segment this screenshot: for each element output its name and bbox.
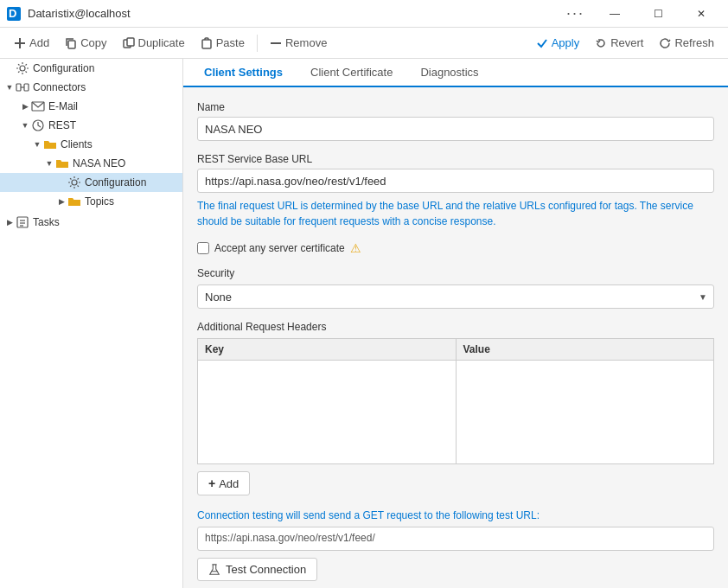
paste-icon	[201, 37, 213, 49]
folder-icon	[67, 195, 81, 208]
name-label: Name	[197, 101, 714, 113]
arrow-down-icon: ▼	[43, 157, 55, 169]
tab-diagnostics[interactable]: Diagnostics	[406, 59, 492, 87]
paste-button[interactable]: Paste	[194, 31, 252, 55]
tabs-bar: Client Settings Client Certificate Diagn…	[183, 59, 728, 87]
flask-icon	[208, 564, 220, 576]
sidebar-item-rest[interactable]: ▼ REST	[0, 116, 182, 135]
check-icon	[536, 37, 548, 49]
headers-label: Additional Request Headers	[197, 321, 714, 333]
accept-cert-row: Accept any server certificate ⚠	[197, 241, 714, 255]
content-area: Client Settings Client Certificate Diagn…	[183, 59, 728, 588]
svg-point-9	[20, 66, 25, 71]
url-info-text: The final request URL is determined by t…	[197, 198, 714, 229]
menu-dots[interactable]: ···	[559, 4, 591, 22]
table-cell	[198, 361, 457, 464]
connector-icon	[16, 80, 29, 94]
sidebar-item-label: E-Mail	[48, 100, 78, 112]
paste-label: Paste	[216, 36, 245, 49]
sidebar-item-nasa-neo-configuration[interactable]: Configuration	[0, 173, 182, 192]
sidebar-item-label: Clients	[61, 138, 93, 150]
security-select[interactable]: None Basic Bearer Token Certificate	[197, 284, 714, 309]
sidebar-item-label: NASA NEO	[73, 157, 125, 169]
tab-client-settings[interactable]: Client Settings	[190, 59, 297, 87]
remove-icon	[270, 37, 282, 49]
main-layout: Configuration ▼ Connectors ▶ E-Mail ▼	[0, 59, 728, 588]
sidebar-item-clients[interactable]: ▼ Clients	[0, 135, 182, 154]
arrow-down-icon: ▼	[3, 81, 16, 93]
svg-text:D: D	[9, 7, 16, 20]
arrow-down-icon: ▼	[19, 119, 31, 131]
svg-rect-4	[68, 41, 75, 48]
svg-rect-11	[24, 84, 29, 91]
email-icon	[31, 99, 45, 113]
url-label: REST Service Base URL	[197, 153, 714, 165]
table-cell	[456, 361, 714, 464]
remove-label: Remove	[285, 36, 327, 49]
arrow-right-icon: ▶	[55, 195, 67, 208]
duplicate-button[interactable]: Duplicate	[116, 31, 192, 55]
test-connection-button[interactable]: Test Connection	[197, 558, 317, 581]
sidebar-item-connectors[interactable]: ▼ Connectors	[0, 78, 182, 97]
security-label: Security	[197, 267, 714, 279]
test-btn-label: Test Connection	[226, 563, 306, 576]
table-row	[198, 361, 714, 464]
revert-label: Revert	[610, 36, 643, 49]
arrow-right-icon: ▶	[3, 216, 16, 228]
spacer	[55, 176, 67, 189]
apply-button[interactable]: Apply	[529, 31, 587, 55]
sidebar-item-label: Configuration	[33, 62, 94, 74]
security-field-group: Security None Basic Bearer Token Certifi…	[197, 267, 714, 309]
duplicate-icon	[123, 37, 135, 49]
header-key-col: Key	[198, 339, 457, 361]
svg-rect-10	[16, 84, 21, 91]
sidebar: Configuration ▼ Connectors ▶ E-Mail ▼	[0, 59, 183, 588]
plus-icon: +	[208, 476, 215, 490]
copy-label: Copy	[80, 36, 106, 49]
add-header-button[interactable]: + Add	[197, 471, 250, 495]
arrow-down-icon: ▼	[31, 138, 43, 150]
name-input[interactable]	[197, 117, 714, 141]
sidebar-item-label: Tasks	[33, 216, 60, 228]
sidebar-item-nasa-neo[interactable]: ▼ NASA NEO	[0, 154, 182, 173]
remove-button[interactable]: Remove	[263, 31, 334, 55]
sidebar-item-topics[interactable]: ▶ Topics	[0, 192, 182, 211]
accept-cert-label: Accept any server certificate	[214, 242, 345, 254]
arrow-icon	[3, 62, 16, 74]
add-label: Add	[29, 36, 49, 49]
maximize-button[interactable]: ☐	[638, 0, 678, 28]
copy-icon	[65, 37, 77, 49]
sidebar-item-label: Connectors	[33, 81, 86, 93]
folder-icon	[43, 137, 57, 151]
titlebar-left: D Dataristix@localhost	[7, 7, 131, 21]
refresh-button[interactable]: Refresh	[652, 31, 721, 55]
tab-client-certificate[interactable]: Client Certificate	[297, 59, 406, 87]
form-area: Name REST Service Base URL The final req…	[183, 87, 728, 588]
close-button[interactable]: ✕	[681, 0, 721, 28]
separator	[257, 35, 258, 52]
svg-point-15	[72, 180, 77, 185]
revert-icon	[595, 37, 607, 49]
url-input[interactable]	[197, 169, 714, 193]
rest-icon	[31, 118, 45, 132]
duplicate-label: Duplicate	[138, 36, 185, 49]
sidebar-item-email[interactable]: ▶ E-Mail	[0, 97, 182, 116]
sidebar-item-tasks[interactable]: ▶ Tasks	[0, 213, 182, 232]
header-value-col: Value	[456, 339, 714, 361]
gear-icon	[67, 176, 81, 189]
headers-table: Key Value	[197, 338, 714, 464]
url-field-group: REST Service Base URL The final request …	[197, 153, 714, 229]
copy-button[interactable]: Copy	[58, 31, 113, 55]
sidebar-item-configuration-root[interactable]: Configuration	[0, 59, 182, 78]
plus-icon	[14, 37, 26, 49]
refresh-label: Refresh	[674, 36, 714, 49]
warning-icon: ⚠	[350, 241, 361, 255]
tasks-icon	[16, 215, 29, 229]
minimize-button[interactable]: —	[595, 0, 635, 28]
sidebar-item-label: Configuration	[85, 176, 146, 189]
security-select-wrapper: None Basic Bearer Token Certificate ▼	[197, 284, 714, 309]
accept-cert-checkbox[interactable]	[197, 242, 209, 254]
add-button[interactable]: Add	[7, 31, 56, 55]
svg-rect-7	[202, 40, 211, 48]
revert-button[interactable]: Revert	[588, 31, 650, 55]
